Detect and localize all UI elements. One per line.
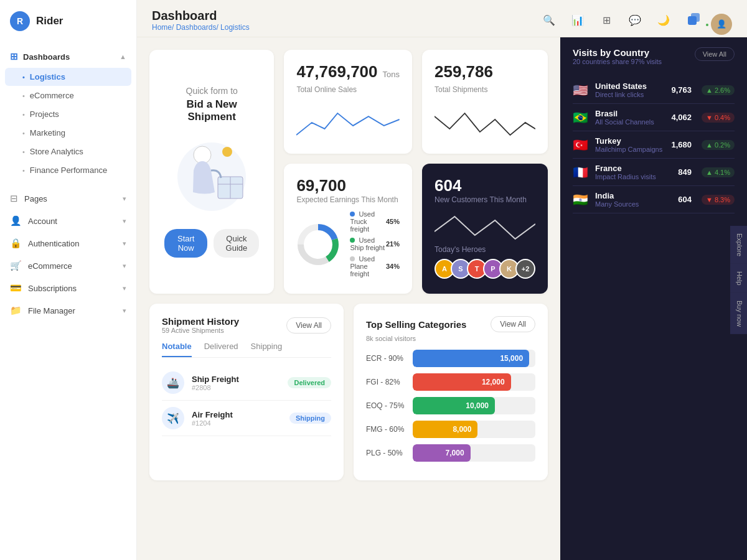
hero-avatar-extra: +2 xyxy=(515,259,535,279)
sidebar-account[interactable]: 👤 Account ▾ xyxy=(0,210,136,232)
pages-chevron: ▾ xyxy=(123,195,126,203)
side-tab-buynow[interactable]: Buy now xyxy=(730,293,747,334)
country-row-tr: 🇹🇷 Turkey Mailchimp Campaigns 1,680 ▲ 0.… xyxy=(573,131,735,159)
country-change-us: ▲ 2.6% xyxy=(702,85,735,95)
app-logo[interactable]: R Rider xyxy=(0,0,136,42)
sidebar: R Rider ⊞ Dashboards ▲ Logistics eCommer… xyxy=(0,0,137,560)
dashboards-section: ⊞ Dashboards ▲ Logistics eCommerce Proje… xyxy=(0,42,136,184)
sidebar-item-ecommerce[interactable]: eCommerce xyxy=(5,86,131,105)
right-panel: Visits by Country 20 countries share 97%… xyxy=(560,37,747,560)
new-customers-card: 604 New Customers This Month Today's Her… xyxy=(422,164,548,294)
chat-icon[interactable]: 💬 xyxy=(625,11,645,30)
visits-view-all-button[interactable]: View All xyxy=(695,47,735,61)
selling-header: Top Selling Categories View All xyxy=(366,316,535,332)
sidebar-authentication[interactable]: 🔒 Authentication ▾ xyxy=(0,232,136,254)
country-sub-br: All Social Channels xyxy=(595,118,666,126)
top-selling-card: Top Selling Categories View All 8k socia… xyxy=(354,304,548,480)
sidebar-item-finance[interactable]: Finance Performance xyxy=(5,161,131,179)
side-tab-explore[interactable]: Explore xyxy=(730,226,747,264)
bar-fill-1: 15,000 xyxy=(413,350,529,367)
donut-chart xyxy=(296,223,340,269)
country-sub-us: Direct link clicks xyxy=(595,91,666,98)
visits-section: Visits by Country 20 countries share 97%… xyxy=(560,37,747,560)
page-title: Dashboard xyxy=(152,9,250,23)
sidebar-pages[interactable]: ⊟ Pages ▾ xyxy=(0,187,136,210)
shipment-subtitle: 59 Active Shipments xyxy=(162,327,239,334)
header-left: Dashboard Home/ Dashboards/ Logistics xyxy=(152,9,250,32)
top-cards-row: Quick form to Bid a New Shipment xyxy=(149,50,548,294)
total-sales-chart xyxy=(296,104,400,141)
apps-icon[interactable] xyxy=(682,11,702,30)
country-sub-tr: Mailchimp Campaigns xyxy=(595,146,666,153)
shipment-view-all-button[interactable]: View All xyxy=(286,317,331,334)
start-now-button[interactable]: Start Now xyxy=(164,229,207,258)
total-sales-label: Total Online Sales xyxy=(296,85,400,94)
shipment-icon-1: 🚢 xyxy=(162,371,184,394)
bar-row-3: EOQ - 75% 10,000 xyxy=(366,397,535,414)
side-tabs: Explore Help Buy now xyxy=(730,226,747,334)
grid-icon[interactable]: ⊞ xyxy=(596,11,616,30)
sidebar-filemanager[interactable]: 📁 File Manager ▾ xyxy=(0,299,136,322)
bottom-row: Shipment History 59 Active Shipments Vie… xyxy=(149,304,548,480)
dashboards-label: Dashboards xyxy=(23,52,70,62)
shipment-info-1: Ship Freight #2808 xyxy=(192,375,280,391)
sidebar-item-marketing[interactable]: Marketing xyxy=(5,124,131,142)
sidebar-item-logistics[interactable]: Logistics xyxy=(5,68,131,86)
tab-shipping[interactable]: Shipping xyxy=(251,342,283,357)
visits-title: Visits by Country xyxy=(573,47,662,58)
sidebar-ecommerce-main[interactable]: 🛒 eCommerce ▾ xyxy=(0,254,136,277)
theme-icon[interactable]: 🌙 xyxy=(654,11,674,30)
expected-earnings-card: 69,700 Expected Earnings This Month xyxy=(284,164,412,294)
sidebar-item-projects[interactable]: Projects xyxy=(5,105,131,123)
promo-subtitle: Quick form to xyxy=(186,86,238,96)
tab-notable[interactable]: Notable xyxy=(162,342,192,357)
dashboards-group[interactable]: ⊞ Dashboards ▲ xyxy=(0,46,136,67)
total-sales-unit: Tons xyxy=(383,70,400,79)
search-icon[interactable]: 🔍 xyxy=(539,11,559,30)
country-name-fr: France xyxy=(595,164,673,173)
country-name-us: United States xyxy=(595,82,666,91)
sidebar-item-store-analytics[interactable]: Store Analytics xyxy=(5,142,131,161)
selling-title: Top Selling Categories xyxy=(366,319,466,330)
country-value-in: 604 xyxy=(678,195,692,204)
heroes-avatars: A S T P K +2 xyxy=(435,259,535,279)
bar-track-4: 8,000 xyxy=(413,421,535,438)
promo-buttons: Start Now Quick Guide xyxy=(164,229,259,258)
analytics-icon[interactable]: 📊 xyxy=(568,11,588,30)
shipment-tabs: Notable Delivered Shipping xyxy=(162,342,331,358)
account-label: Account xyxy=(28,217,57,226)
user-avatar[interactable]: 👤 xyxy=(711,14,732,35)
app-name: Rider xyxy=(36,15,63,27)
total-sales-card: 47,769,700 Tons Total Online Sales xyxy=(284,50,412,154)
country-info-tr: Turkey Mailchimp Campaigns xyxy=(595,136,666,153)
quick-guide-button[interactable]: Quick Guide xyxy=(214,229,259,258)
shipment-badge-2: Shipping xyxy=(289,413,331,424)
main-content: Quick form to Bid a New Shipment xyxy=(137,37,560,560)
bar-fill-4: 8,000 xyxy=(413,421,477,438)
pages-label: Pages xyxy=(24,194,47,203)
promo-card: Quick form to Bid a New Shipment xyxy=(149,50,274,294)
shipment-row-2: ✈️ Air Freight #1204 Shipping xyxy=(162,401,331,436)
selling-view-all-button[interactable]: View All xyxy=(491,316,535,332)
bar-row-5: PLG - 50% 7,000 xyxy=(366,444,535,462)
ship-legend: Used Ship freight 21% xyxy=(350,236,400,251)
country-info-in: India Many Sources xyxy=(595,191,673,208)
total-shipments-card: 259,786 Total Shipments xyxy=(422,50,548,154)
shipment-header: Shipment History 59 Active Shipments Vie… xyxy=(162,316,331,334)
new-customers-chart xyxy=(435,209,535,240)
sidebar-subscriptions[interactable]: 💳 Subscriptions ▾ xyxy=(0,277,136,299)
selling-subtitle: 8k social visitors xyxy=(366,335,535,342)
country-value-br: 4,062 xyxy=(671,113,692,122)
donut-container: Used Truck freight 45% Used Ship freight… xyxy=(296,210,400,281)
visits-subtitle: 20 countries share 97% visits xyxy=(573,58,662,65)
country-sub-fr: Impact Radius visits xyxy=(595,173,673,180)
country-name-in: India xyxy=(595,191,673,200)
header-right: 🔍 📊 ⊞ 💬 🌙 👤 xyxy=(539,11,732,30)
pages-icon: ⊟ xyxy=(10,193,18,204)
tab-delivered[interactable]: Delivered xyxy=(204,342,238,357)
plane-dot xyxy=(350,256,355,261)
country-row-br: 🇧🇷 Brasil All Social Channels 4,062 ▼ 0.… xyxy=(573,104,735,131)
side-tab-help[interactable]: Help xyxy=(730,264,747,293)
visits-title-block: Visits by Country 20 countries share 97%… xyxy=(573,47,662,74)
total-shipments-chart xyxy=(435,104,535,141)
